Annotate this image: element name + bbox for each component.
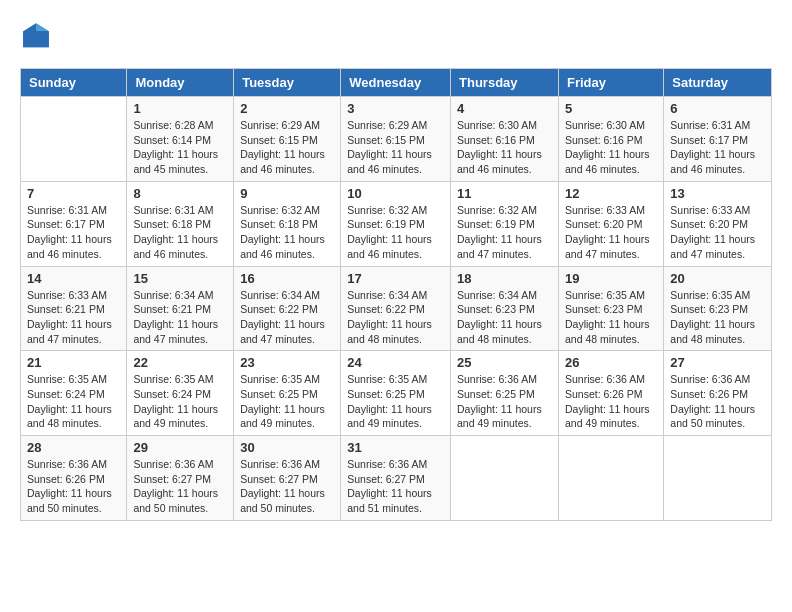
calendar-cell: 31 Sunrise: 6:36 AMSunset: 6:27 PMDaylig… — [341, 436, 451, 521]
svg-marker-1 — [36, 23, 49, 31]
day-number: 30 — [240, 440, 334, 455]
day-info: Sunrise: 6:34 AMSunset: 6:23 PMDaylight:… — [457, 289, 542, 345]
calendar-table: SundayMondayTuesdayWednesdayThursdayFrid… — [20, 68, 772, 521]
day-number: 23 — [240, 355, 334, 370]
calendar-cell: 8 Sunrise: 6:31 AMSunset: 6:18 PMDayligh… — [127, 181, 234, 266]
header-row: SundayMondayTuesdayWednesdayThursdayFrid… — [21, 69, 772, 97]
calendar-cell: 7 Sunrise: 6:31 AMSunset: 6:17 PMDayligh… — [21, 181, 127, 266]
day-info: Sunrise: 6:35 AMSunset: 6:23 PMDaylight:… — [670, 289, 755, 345]
day-number: 21 — [27, 355, 120, 370]
header-monday: Monday — [127, 69, 234, 97]
day-number: 20 — [670, 271, 765, 286]
day-info: Sunrise: 6:32 AMSunset: 6:19 PMDaylight:… — [457, 204, 542, 260]
day-number: 1 — [133, 101, 227, 116]
calendar-cell: 30 Sunrise: 6:36 AMSunset: 6:27 PMDaylig… — [234, 436, 341, 521]
day-info: Sunrise: 6:36 AMSunset: 6:25 PMDaylight:… — [457, 373, 542, 429]
day-number: 11 — [457, 186, 552, 201]
logo-icon — [20, 20, 52, 52]
day-number: 25 — [457, 355, 552, 370]
calendar-cell: 27 Sunrise: 6:36 AMSunset: 6:26 PMDaylig… — [664, 351, 772, 436]
day-info: Sunrise: 6:30 AMSunset: 6:16 PMDaylight:… — [457, 119, 542, 175]
day-number: 8 — [133, 186, 227, 201]
calendar-cell: 1 Sunrise: 6:28 AMSunset: 6:14 PMDayligh… — [127, 97, 234, 182]
calendar-cell: 3 Sunrise: 6:29 AMSunset: 6:15 PMDayligh… — [341, 97, 451, 182]
day-number: 9 — [240, 186, 334, 201]
day-info: Sunrise: 6:35 AMSunset: 6:24 PMDaylight:… — [27, 373, 112, 429]
day-info: Sunrise: 6:36 AMSunset: 6:26 PMDaylight:… — [670, 373, 755, 429]
calendar-cell: 4 Sunrise: 6:30 AMSunset: 6:16 PMDayligh… — [451, 97, 559, 182]
day-number: 3 — [347, 101, 444, 116]
day-info: Sunrise: 6:35 AMSunset: 6:25 PMDaylight:… — [347, 373, 432, 429]
day-info: Sunrise: 6:29 AMSunset: 6:15 PMDaylight:… — [240, 119, 325, 175]
header-saturday: Saturday — [664, 69, 772, 97]
day-number: 17 — [347, 271, 444, 286]
day-info: Sunrise: 6:35 AMSunset: 6:23 PMDaylight:… — [565, 289, 650, 345]
day-number: 22 — [133, 355, 227, 370]
svg-rect-2 — [23, 31, 49, 47]
calendar-cell: 25 Sunrise: 6:36 AMSunset: 6:25 PMDaylig… — [451, 351, 559, 436]
day-info: Sunrise: 6:36 AMSunset: 6:26 PMDaylight:… — [565, 373, 650, 429]
day-number: 31 — [347, 440, 444, 455]
day-number: 15 — [133, 271, 227, 286]
header-tuesday: Tuesday — [234, 69, 341, 97]
header-sunday: Sunday — [21, 69, 127, 97]
day-info: Sunrise: 6:32 AMSunset: 6:18 PMDaylight:… — [240, 204, 325, 260]
calendar-cell — [558, 436, 663, 521]
day-number: 2 — [240, 101, 334, 116]
day-info: Sunrise: 6:28 AMSunset: 6:14 PMDaylight:… — [133, 119, 218, 175]
calendar-cell: 28 Sunrise: 6:36 AMSunset: 6:26 PMDaylig… — [21, 436, 127, 521]
calendar-cell: 24 Sunrise: 6:35 AMSunset: 6:25 PMDaylig… — [341, 351, 451, 436]
calendar-cell: 17 Sunrise: 6:34 AMSunset: 6:22 PMDaylig… — [341, 266, 451, 351]
calendar-cell: 14 Sunrise: 6:33 AMSunset: 6:21 PMDaylig… — [21, 266, 127, 351]
day-info: Sunrise: 6:36 AMSunset: 6:27 PMDaylight:… — [240, 458, 325, 514]
calendar-cell: 12 Sunrise: 6:33 AMSunset: 6:20 PMDaylig… — [558, 181, 663, 266]
calendar-cell: 5 Sunrise: 6:30 AMSunset: 6:16 PMDayligh… — [558, 97, 663, 182]
day-number: 4 — [457, 101, 552, 116]
header-friday: Friday — [558, 69, 663, 97]
calendar-cell: 13 Sunrise: 6:33 AMSunset: 6:20 PMDaylig… — [664, 181, 772, 266]
day-number: 24 — [347, 355, 444, 370]
calendar-cell — [451, 436, 559, 521]
calendar-cell — [664, 436, 772, 521]
day-number: 12 — [565, 186, 657, 201]
calendar-cell: 26 Sunrise: 6:36 AMSunset: 6:26 PMDaylig… — [558, 351, 663, 436]
week-row-5: 28 Sunrise: 6:36 AMSunset: 6:26 PMDaylig… — [21, 436, 772, 521]
calendar-cell: 18 Sunrise: 6:34 AMSunset: 6:23 PMDaylig… — [451, 266, 559, 351]
day-info: Sunrise: 6:33 AMSunset: 6:21 PMDaylight:… — [27, 289, 112, 345]
day-info: Sunrise: 6:34 AMSunset: 6:22 PMDaylight:… — [240, 289, 325, 345]
day-info: Sunrise: 6:36 AMSunset: 6:27 PMDaylight:… — [133, 458, 218, 514]
day-number: 26 — [565, 355, 657, 370]
day-info: Sunrise: 6:35 AMSunset: 6:25 PMDaylight:… — [240, 373, 325, 429]
day-number: 5 — [565, 101, 657, 116]
day-info: Sunrise: 6:33 AMSunset: 6:20 PMDaylight:… — [670, 204, 755, 260]
day-number: 13 — [670, 186, 765, 201]
calendar-cell: 22 Sunrise: 6:35 AMSunset: 6:24 PMDaylig… — [127, 351, 234, 436]
calendar-cell: 2 Sunrise: 6:29 AMSunset: 6:15 PMDayligh… — [234, 97, 341, 182]
day-info: Sunrise: 6:31 AMSunset: 6:18 PMDaylight:… — [133, 204, 218, 260]
calendar-cell: 19 Sunrise: 6:35 AMSunset: 6:23 PMDaylig… — [558, 266, 663, 351]
day-info: Sunrise: 6:36 AMSunset: 6:27 PMDaylight:… — [347, 458, 432, 514]
day-info: Sunrise: 6:34 AMSunset: 6:22 PMDaylight:… — [347, 289, 432, 345]
calendar-cell: 23 Sunrise: 6:35 AMSunset: 6:25 PMDaylig… — [234, 351, 341, 436]
day-info: Sunrise: 6:31 AMSunset: 6:17 PMDaylight:… — [670, 119, 755, 175]
week-row-1: 1 Sunrise: 6:28 AMSunset: 6:14 PMDayligh… — [21, 97, 772, 182]
calendar-cell: 11 Sunrise: 6:32 AMSunset: 6:19 PMDaylig… — [451, 181, 559, 266]
day-info: Sunrise: 6:36 AMSunset: 6:26 PMDaylight:… — [27, 458, 112, 514]
day-number: 10 — [347, 186, 444, 201]
calendar-cell — [21, 97, 127, 182]
day-number: 28 — [27, 440, 120, 455]
day-info: Sunrise: 6:30 AMSunset: 6:16 PMDaylight:… — [565, 119, 650, 175]
header-thursday: Thursday — [451, 69, 559, 97]
calendar-cell: 20 Sunrise: 6:35 AMSunset: 6:23 PMDaylig… — [664, 266, 772, 351]
day-info: Sunrise: 6:32 AMSunset: 6:19 PMDaylight:… — [347, 204, 432, 260]
day-info: Sunrise: 6:35 AMSunset: 6:24 PMDaylight:… — [133, 373, 218, 429]
day-number: 14 — [27, 271, 120, 286]
day-number: 27 — [670, 355, 765, 370]
day-number: 7 — [27, 186, 120, 201]
logo — [20, 20, 56, 52]
week-row-4: 21 Sunrise: 6:35 AMSunset: 6:24 PMDaylig… — [21, 351, 772, 436]
day-info: Sunrise: 6:34 AMSunset: 6:21 PMDaylight:… — [133, 289, 218, 345]
day-number: 29 — [133, 440, 227, 455]
calendar-cell: 29 Sunrise: 6:36 AMSunset: 6:27 PMDaylig… — [127, 436, 234, 521]
day-info: Sunrise: 6:29 AMSunset: 6:15 PMDaylight:… — [347, 119, 432, 175]
